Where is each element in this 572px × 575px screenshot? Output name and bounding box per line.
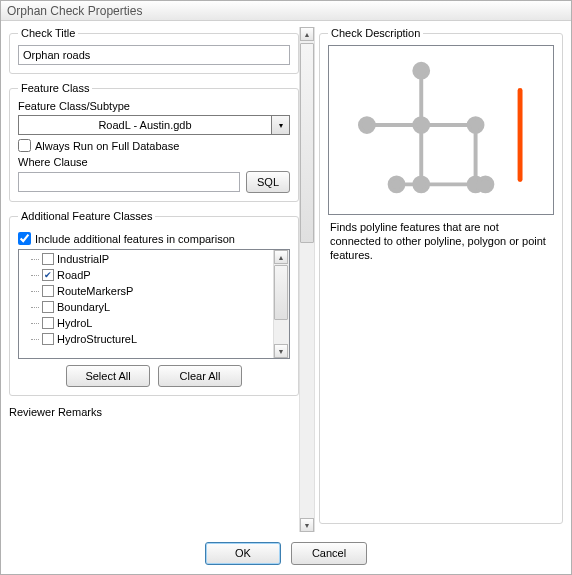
legend-check-title: Check Title — [18, 27, 78, 39]
where-clause-input[interactable] — [18, 172, 240, 192]
list-item-checkbox[interactable] — [42, 285, 54, 297]
list-item-label: RoadP — [57, 269, 91, 281]
list-item-checkbox[interactable] — [42, 253, 54, 265]
list-item[interactable]: RouteMarkersP — [21, 283, 271, 299]
orphan-diagram-icon — [329, 46, 553, 214]
always-run-row: Always Run on Full Database — [18, 139, 290, 152]
list-item-label: HydroL — [57, 317, 92, 329]
list-item-label: HydroStructureL — [57, 333, 137, 345]
group-feature-class: Feature Class Feature Class/Subtype Road… — [9, 82, 299, 202]
svg-point-4 — [360, 118, 374, 132]
include-additional-label: Include additional features in compariso… — [35, 233, 235, 245]
svg-point-5 — [414, 64, 428, 78]
dialog-footer: OK Cancel — [1, 532, 571, 574]
include-additional-checkbox[interactable] — [18, 232, 31, 245]
list-item-checkbox[interactable] — [42, 333, 54, 345]
window-title: Orphan Check Properties — [7, 4, 142, 18]
group-additional-features: Additional Feature Classes Include addit… — [9, 210, 299, 396]
description-diagram — [328, 45, 554, 215]
dialog-orphan-check-properties: Orphan Check Properties Check Title Feat… — [0, 0, 572, 575]
scroll-down-icon[interactable]: ▼ — [274, 344, 288, 358]
svg-point-11 — [479, 177, 493, 191]
chevron-down-icon[interactable]: ▾ — [272, 115, 290, 135]
list-item-checkbox[interactable] — [42, 301, 54, 313]
list-item-label: IndustrialP — [57, 253, 109, 265]
scroll-thumb[interactable] — [300, 43, 314, 243]
svg-point-8 — [390, 177, 404, 191]
clear-all-button[interactable]: Clear All — [158, 365, 242, 387]
include-additional-row: Include additional features in compariso… — [18, 232, 290, 245]
list-item[interactable]: IndustrialP — [21, 251, 271, 267]
list-item-checkbox[interactable] — [42, 317, 54, 329]
ok-button[interactable]: OK — [205, 542, 281, 565]
list-item[interactable]: HydroStructureL — [21, 331, 271, 347]
feature-class-selected-text: RoadL - Austin.gdb — [98, 119, 191, 131]
description-text: Finds polyline features that are not con… — [328, 219, 554, 264]
titlebar: Orphan Check Properties — [1, 1, 571, 21]
list-item[interactable]: ✔RoadP — [21, 267, 271, 283]
sql-button[interactable]: SQL — [246, 171, 290, 193]
scroll-down-icon[interactable]: ▼ — [300, 518, 314, 532]
list-item-checkbox[interactable]: ✔ — [42, 269, 54, 281]
right-column: Check Description — [319, 27, 563, 532]
panel-scrollbar[interactable]: ▲ ▼ — [299, 27, 315, 532]
select-all-button[interactable]: Select All — [66, 365, 150, 387]
scroll-up-icon[interactable]: ▲ — [300, 27, 314, 41]
always-run-label: Always Run on Full Database — [35, 140, 179, 152]
svg-point-9 — [414, 177, 428, 191]
legend-additional: Additional Feature Classes — [18, 210, 155, 222]
scroll-up-icon[interactable]: ▲ — [274, 250, 288, 264]
list-item[interactable]: BoundaryL — [21, 299, 271, 315]
listbox-scrollbar[interactable]: ▲ ▼ — [273, 250, 289, 358]
reviewer-remarks-label: Reviewer Remarks — [9, 406, 299, 418]
dialog-body: Check Title Feature Class Feature Class/… — [1, 21, 571, 532]
svg-point-6 — [414, 118, 428, 132]
cancel-button[interactable]: Cancel — [291, 542, 367, 565]
group-check-title: Check Title — [9, 27, 299, 74]
group-check-description: Check Description — [319, 27, 563, 524]
feature-class-select[interactable]: RoadL - Austin.gdb ▾ — [18, 115, 290, 135]
list-item[interactable]: HydroL — [21, 315, 271, 331]
check-title-input[interactable] — [18, 45, 290, 65]
feature-class-selected: RoadL - Austin.gdb — [18, 115, 272, 135]
feature-listbox[interactable]: IndustrialP✔RoadPRouteMarkersPBoundaryLH… — [18, 249, 290, 359]
scroll-thumb[interactable] — [274, 265, 288, 320]
where-clause-label: Where Clause — [18, 156, 290, 168]
svg-point-7 — [469, 118, 483, 132]
list-item-label: BoundaryL — [57, 301, 110, 313]
legend-description: Check Description — [328, 27, 423, 39]
left-column: Check Title Feature Class Feature Class/… — [9, 27, 299, 532]
subtype-label: Feature Class/Subtype — [18, 100, 290, 112]
list-item-label: RouteMarkersP — [57, 285, 133, 297]
always-run-checkbox[interactable] — [18, 139, 31, 152]
legend-feature-class: Feature Class — [18, 82, 92, 94]
